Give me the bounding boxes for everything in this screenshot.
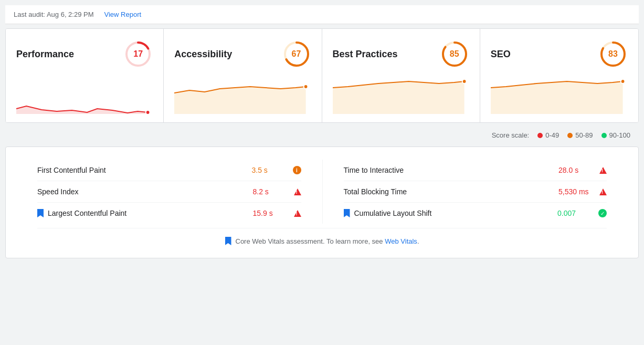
metric-name: First Contentful Paint xyxy=(37,166,248,174)
score-card-header: Performance 17 xyxy=(16,39,153,69)
cwv-note-text: Core Web Vitals assessment. To learn mor… xyxy=(236,237,419,245)
scale-item-high: 90-100 xyxy=(601,131,630,139)
score-card-title: Performance xyxy=(16,49,74,60)
metric-name: Cumulative Layout Shift xyxy=(354,209,554,217)
svg-point-3 xyxy=(146,110,150,114)
score-card-title: Best Practices xyxy=(333,49,398,60)
metric-row: Speed Index 8.2 s ! xyxy=(37,181,301,203)
check-icon: ✓ xyxy=(598,209,607,217)
metrics-right-col: Time to Interactive 28.0 s ! Total Block… xyxy=(322,160,607,224)
metric-row: First Contentful Paint 3.5 s i xyxy=(37,160,301,181)
gauge-circle: 17 xyxy=(123,39,153,69)
metric-row: Largest Contentful Paint 15.9 s ! xyxy=(37,203,301,224)
scale-dot-low xyxy=(537,133,543,138)
score-card-header: SEO 83 xyxy=(491,39,628,69)
metrics-left-col: First Contentful Paint 3.5 s i Speed Ind… xyxy=(37,160,322,224)
score-card-seo: SEO 83 xyxy=(480,29,638,122)
bookmark-icon xyxy=(37,209,44,217)
score-card-accessibility: Accessibility 67 xyxy=(164,29,322,122)
gauge-value: 83 xyxy=(608,49,618,59)
score-card-performance: Performance 17 xyxy=(6,29,164,122)
gauge-value: 67 xyxy=(292,49,301,59)
warning-icon: ! xyxy=(294,189,301,195)
metric-name: Speed Index xyxy=(37,187,249,196)
metric-value: 5,530 ms xyxy=(558,187,595,196)
warning-icon: ! xyxy=(599,167,607,174)
scale-dot-mid xyxy=(567,133,573,138)
gauge-circle: 83 xyxy=(598,39,628,69)
svg-point-11 xyxy=(462,79,466,83)
metric-row: Total Blocking Time 5,530 ms ! xyxy=(344,181,607,203)
metric-name: Time to Interactive xyxy=(344,166,555,174)
gauge-value: 17 xyxy=(133,49,143,59)
metric-value: 28.0 s xyxy=(558,166,595,174)
metric-name: Total Blocking Time xyxy=(344,187,555,196)
gauge-value: 85 xyxy=(450,49,459,59)
svg-point-7 xyxy=(304,85,308,89)
cwv-bookmark-icon xyxy=(225,237,231,245)
score-card-best-practices: Best Practices 85 xyxy=(322,29,480,122)
sparkline-area xyxy=(333,77,469,114)
metrics-panel: First Contentful Paint 3.5 s i Speed Ind… xyxy=(5,147,639,258)
gauge-circle: 85 xyxy=(440,39,469,69)
metric-value: 3.5 s xyxy=(252,166,289,174)
scale-range-low: 0-49 xyxy=(545,131,559,139)
sparkline-area xyxy=(491,77,628,114)
info-icon: i xyxy=(293,166,301,174)
sparkline-area xyxy=(174,77,311,114)
score-card-header: Accessibility 67 xyxy=(174,39,311,69)
score-card-header: Best Practices 85 xyxy=(333,39,469,69)
scale-range-mid: 50-89 xyxy=(575,131,593,139)
warning-icon: ! xyxy=(294,210,301,217)
metric-value: 8.2 s xyxy=(253,187,290,196)
metric-value: 15.9 s xyxy=(253,209,290,217)
metric-row: Cumulative Layout Shift 0.007 ✓ xyxy=(344,203,607,224)
metric-row: Time to Interactive 28.0 s ! xyxy=(344,160,607,181)
top-bar: Last audit: Aug 6, 2:29 PM View Report xyxy=(5,5,639,24)
scale-item-mid: 50-89 xyxy=(567,131,593,139)
score-cards-container: Performance 17 Accessibility xyxy=(5,28,639,123)
metric-name: Largest Contentful Paint xyxy=(48,209,249,217)
scale-item-low: 0-49 xyxy=(537,131,559,139)
sparkline-area xyxy=(16,77,153,114)
metric-value: 0.007 xyxy=(557,209,594,217)
metrics-grid: First Contentful Paint 3.5 s i Speed Ind… xyxy=(37,160,607,224)
score-card-title: SEO xyxy=(491,49,511,60)
warning-icon: ! xyxy=(599,189,607,195)
web-vitals-link[interactable]: Web Vitals xyxy=(385,237,417,245)
bookmark-icon xyxy=(344,209,350,217)
score-card-title: Accessibility xyxy=(174,49,232,60)
score-scale-bar: Score scale: 0-49 50-89 90-100 xyxy=(5,127,639,143)
svg-point-15 xyxy=(620,79,625,83)
view-report-link[interactable]: View Report xyxy=(104,11,142,18)
gauge-circle: 67 xyxy=(282,39,311,69)
scale-range-high: 90-100 xyxy=(609,131,630,139)
scale-dot-high xyxy=(601,133,607,138)
score-scale-label: Score scale: xyxy=(492,131,530,139)
cwv-note: Core Web Vitals assessment. To learn mor… xyxy=(37,228,607,245)
last-audit-text: Last audit: Aug 6, 2:29 PM xyxy=(14,11,94,18)
